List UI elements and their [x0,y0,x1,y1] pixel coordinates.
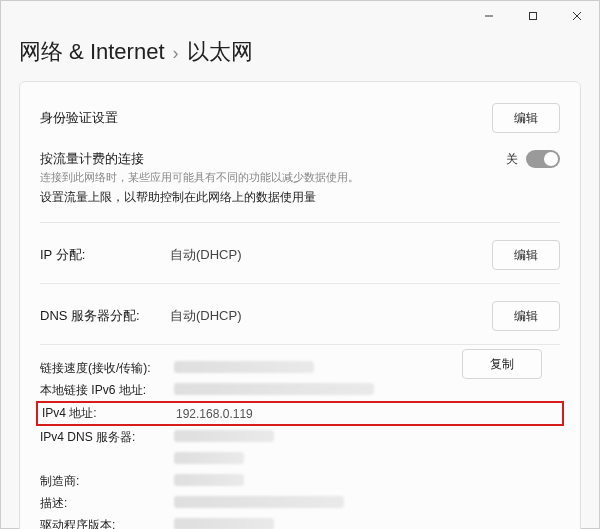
metered-toggle[interactable] [526,150,560,168]
ip-edit-button[interactable]: 编辑 [492,240,560,270]
svg-rect-1 [530,13,537,20]
minimize-button[interactable] [467,1,511,31]
ipv4-dns-value [174,430,274,442]
ipv4-dns-value-2 [174,452,244,464]
driver-version-value [174,518,274,529]
close-button[interactable] [555,1,599,31]
link-speed-value [174,361,314,373]
driver-version-label: 驱动程序版本: [40,517,170,529]
description-label: 描述: [40,495,170,512]
breadcrumb-current: 以太网 [187,37,253,67]
breadcrumb: 网络 & Internet › 以太网 [1,31,599,81]
dns-edit-button[interactable]: 编辑 [492,301,560,331]
local-ipv6-label: 本地链接 IPv6 地址: [40,382,170,399]
dns-assignment-label: DNS 服务器分配: [40,307,170,325]
metered-toggle-state: 关 [506,151,518,168]
link-speed-label: 链接速度(接收/传输): [40,360,170,377]
titlebar [1,1,599,31]
auth-settings-label: 身份验证设置 [40,109,170,127]
settings-window: 网络 & Internet › 以太网 身份验证设置 编辑 按流量计费的连接 连… [0,0,600,529]
chevron-right-icon: › [173,43,179,64]
auth-edit-button[interactable]: 编辑 [492,103,560,133]
ethernet-panel: 身份验证设置 编辑 按流量计费的连接 连接到此网络时，某些应用可能具有不同的功能… [19,81,581,529]
copy-button[interactable]: 复制 [462,349,542,379]
ipv4-address-label: IPv4 地址: [42,405,172,422]
local-ipv6-value [174,383,374,395]
data-limit-link[interactable]: 设置流量上限，以帮助控制在此网络上的数据使用量 [20,185,580,216]
ip-assignment-label: IP 分配: [40,246,170,264]
dns-assignment-value: 自动(DHCP) [170,307,480,325]
ipv4-dns-label: IPv4 DNS 服务器: [40,429,170,446]
manufacturer-label: 制造商: [40,473,170,490]
metered-connection-label: 按流量计费的连接 [40,150,506,168]
ipv4-address-value: 192.168.0.119 [176,407,558,421]
manufacturer-value [174,474,244,486]
description-value [174,496,344,508]
ip-assignment-value: 自动(DHCP) [170,246,480,264]
breadcrumb-parent[interactable]: 网络 & Internet [19,37,165,67]
maximize-button[interactable] [511,1,555,31]
metered-connection-desc: 连接到此网络时，某些应用可能具有不同的功能以减少数据使用。 [40,170,506,185]
